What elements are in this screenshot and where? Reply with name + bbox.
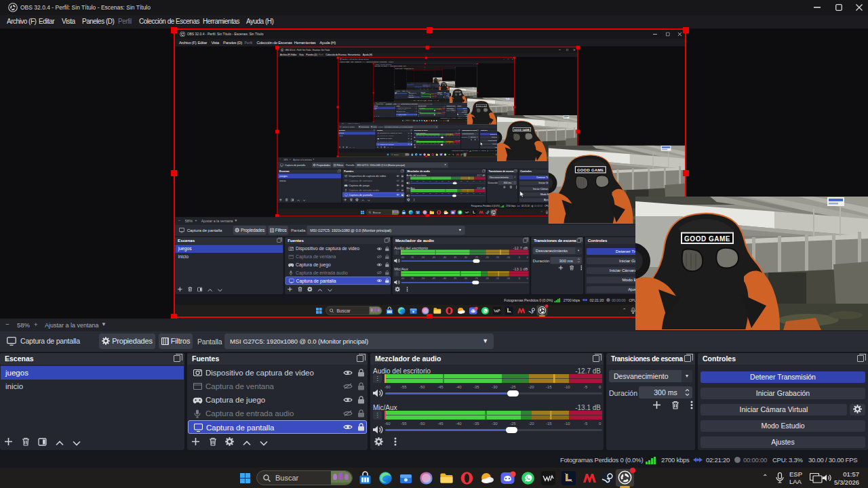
svg-text:-60: -60 [384, 422, 391, 426]
svg-text:-30: -30 [492, 422, 498, 426]
svg-text:-40: -40 [456, 422, 462, 426]
svg-text:-45: -45 [429, 192, 431, 194]
svg-text:-5: -5 [456, 136, 457, 136]
svg-text:-50: -50 [419, 422, 425, 426]
svg-text:0: 0 [527, 277, 528, 280]
svg-text:GOOD GAME: GOOD GAME [514, 129, 530, 131]
svg-text:-35: -35 [453, 256, 456, 259]
svg-text:-5: -5 [518, 277, 520, 280]
svg-text:-60: -60 [410, 192, 413, 194]
svg-text:-45: -45 [427, 136, 428, 136]
svg-text:-50: -50 [423, 136, 425, 136]
svg-text:-15: -15 [496, 256, 499, 259]
svg-text:-40: -40 [435, 180, 438, 182]
svg-text:-35: -35 [434, 143, 435, 144]
svg-text:-10: -10 [473, 192, 475, 194]
svg-text:-20: -20 [446, 143, 447, 144]
svg-text:-35: -35 [473, 422, 479, 426]
svg-text:0: 0 [527, 256, 528, 259]
svg-text:-55: -55 [419, 143, 420, 144]
svg-text:-50: -50 [419, 385, 425, 389]
svg-text:-10: -10 [452, 143, 454, 144]
svg-text:-40: -40 [456, 385, 462, 389]
svg-text:-30: -30 [492, 385, 498, 389]
svg-text:GOOD GAME: GOOD GAME [455, 91, 460, 92]
svg-text:GOOD GAME: GOOD GAME [684, 235, 730, 243]
svg-text:-60: -60 [401, 256, 404, 259]
svg-text:-5: -5 [518, 256, 520, 259]
svg-text:-40: -40 [431, 143, 432, 144]
svg-text:-45: -45 [437, 422, 443, 426]
svg-text:-20: -20 [528, 385, 534, 389]
svg-text:-25: -25 [510, 422, 516, 426]
svg-text:-45: -45 [432, 256, 435, 259]
svg-text:-30: -30 [464, 277, 467, 280]
svg-text:-10: -10 [507, 277, 510, 280]
svg-text:-45: -45 [427, 143, 428, 144]
svg-text:-35: -35 [441, 192, 443, 194]
svg-text:-15: -15 [546, 422, 552, 426]
svg-text:-15: -15 [449, 143, 450, 144]
svg-text:-5: -5 [479, 180, 481, 182]
svg-text:-30: -30 [438, 136, 439, 136]
svg-text:-15: -15 [466, 192, 469, 194]
svg-text:-30: -30 [448, 192, 450, 194]
svg-text:-10: -10 [473, 180, 475, 182]
svg-text:-15: -15 [546, 385, 552, 389]
svg-text:-35: -35 [473, 385, 479, 389]
svg-text:-55: -55 [401, 422, 407, 426]
svg-text:-60: -60 [416, 143, 418, 144]
svg-text:-30: -30 [464, 256, 467, 259]
svg-text:-5: -5 [584, 385, 588, 389]
svg-text:-55: -55 [419, 136, 420, 136]
svg-text:0: 0 [460, 143, 460, 144]
svg-text:-40: -40 [435, 192, 438, 194]
svg-text:-55: -55 [410, 256, 414, 259]
svg-text:-55: -55 [401, 385, 407, 389]
svg-text:-15: -15 [449, 136, 450, 136]
svg-text:-45: -45 [429, 180, 431, 182]
svg-text:-45: -45 [437, 385, 443, 389]
svg-text:-20: -20 [446, 136, 447, 136]
svg-text:-10: -10 [507, 256, 510, 259]
svg-text:0: 0 [599, 385, 601, 389]
svg-text:-50: -50 [422, 180, 425, 182]
svg-text:GOOD GAME: GOOD GAME [577, 168, 604, 172]
svg-text:-20: -20 [460, 180, 462, 182]
svg-text:-50: -50 [421, 277, 425, 280]
svg-text:-15: -15 [496, 277, 499, 280]
svg-text:-20: -20 [486, 256, 489, 259]
svg-text:-60: -60 [401, 277, 404, 280]
svg-text:-50: -50 [422, 192, 425, 194]
svg-text:0: 0 [460, 136, 460, 136]
svg-text:-5: -5 [479, 192, 481, 194]
svg-text:-25: -25 [454, 192, 456, 194]
svg-text:GOOD GAME: GOOD GAME [442, 83, 446, 84]
svg-text:-20: -20 [528, 422, 534, 426]
svg-text:-60: -60 [384, 385, 391, 389]
svg-text:-40: -40 [431, 136, 432, 136]
svg-text:-40: -40 [443, 256, 446, 259]
svg-text:-30: -30 [438, 143, 439, 144]
svg-text:-5: -5 [456, 143, 457, 144]
svg-text:-60: -60 [416, 136, 418, 136]
svg-text:-25: -25 [510, 385, 516, 389]
svg-text:-40: -40 [443, 277, 446, 280]
svg-text:-20: -20 [486, 277, 489, 280]
svg-text:-55: -55 [410, 277, 414, 280]
svg-text:0: 0 [484, 192, 486, 194]
svg-text:-55: -55 [416, 180, 419, 182]
svg-text:-30: -30 [448, 180, 450, 182]
svg-text:-15: -15 [466, 180, 469, 182]
svg-text:-10: -10 [564, 422, 570, 426]
svg-text:-50: -50 [423, 143, 425, 144]
svg-text:-20: -20 [460, 192, 462, 194]
svg-text:-45: -45 [432, 277, 435, 280]
svg-text:-35: -35 [453, 277, 456, 280]
svg-text:-60: -60 [410, 180, 413, 182]
svg-text:-10: -10 [452, 136, 454, 136]
svg-text:0: 0 [599, 422, 601, 426]
svg-text:GOOD GAME: GOOD GAME [477, 105, 486, 106]
svg-text:0: 0 [484, 180, 486, 182]
svg-text:-55: -55 [416, 192, 419, 194]
